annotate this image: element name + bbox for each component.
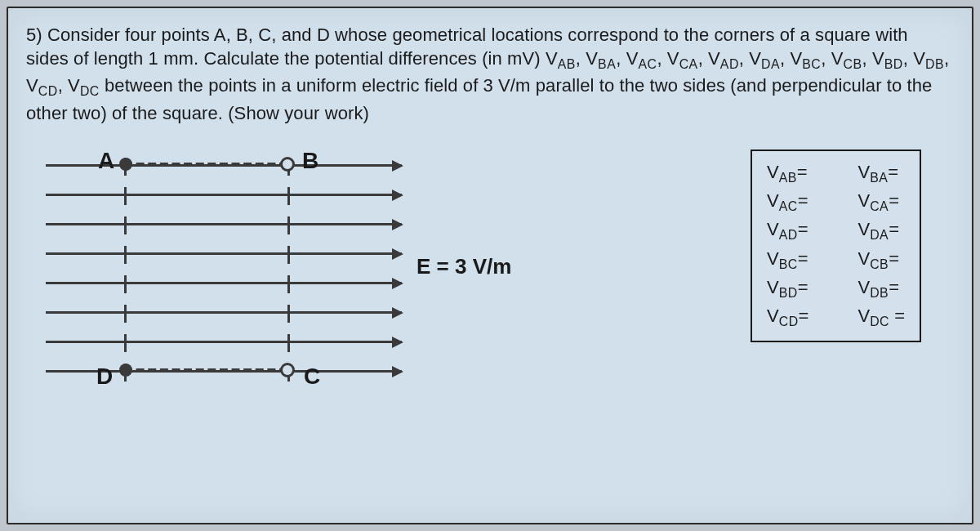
answer-col-right: VBA=VCA=VDA=VCB=VDB=VDC = — [858, 159, 905, 332]
square-side-top — [124, 163, 287, 167]
potential-symbol: VAB — [546, 48, 576, 69]
potential-symbol: VAD — [708, 48, 739, 69]
potential-symbol: VBC — [791, 48, 822, 69]
potential-symbol: VDB — [913, 48, 944, 69]
potential-symbol: VDC — [68, 75, 100, 96]
answer-row: VBA= — [858, 159, 905, 188]
question-part2: between the points in a uniform electric… — [26, 75, 932, 123]
answer-row: VCB= — [858, 246, 905, 274]
answer-row: VAD= — [767, 216, 808, 245]
answer-row: VCA= — [858, 188, 905, 216]
question-number: 5) — [26, 25, 42, 45]
answer-box: VAB=VAC=VAD=VBC=VBD=VCD= VBA=VCA=VDA=VCB… — [751, 149, 921, 342]
question-text: 5) Consider four points A, B, C, and D w… — [26, 23, 954, 125]
corner-b-dot — [280, 157, 295, 172]
problem-sheet: 5) Consider four points A, B, C, and D w… — [7, 7, 973, 524]
answer-row: VAC= — [767, 188, 808, 216]
potential-symbol: VDA — [749, 48, 780, 69]
e-field-label: E = 3 V/m — [416, 254, 511, 279]
corner-a-dot — [119, 158, 132, 171]
potential-symbol: VCA — [667, 48, 698, 69]
potential-symbol: VBD — [872, 48, 903, 69]
answer-row: VDA= — [858, 216, 905, 245]
corner-b-label: B — [302, 148, 318, 174]
answer-row: VDB= — [858, 274, 905, 303]
field-diagram: A B C D E = 3 V/m — [26, 149, 483, 395]
corner-c-label: C — [304, 364, 320, 390]
answer-row: VBD= — [767, 274, 808, 303]
potential-symbol: VCB — [831, 48, 862, 69]
answer-row: VDC = — [858, 303, 905, 332]
answer-col-left: VAB=VAC=VAD=VBC=VBD=VCD= — [767, 159, 808, 332]
corner-c-dot — [280, 363, 295, 377]
corner-a-label: A — [98, 148, 114, 174]
potential-symbol: VCD — [26, 75, 58, 96]
answer-row: VBC= — [767, 246, 808, 274]
answer-row: VAB= — [767, 159, 808, 188]
potential-symbol: VBA — [586, 48, 616, 69]
corner-d-label: D — [96, 364, 113, 390]
square-side-bottom — [124, 368, 287, 373]
answer-row: VCD= — [767, 303, 808, 332]
content-row: A B C D E = 3 V/m VAB=VAC=VAD=VBC=VBD=VC… — [26, 149, 954, 395]
corner-d-dot — [119, 364, 132, 377]
potential-symbol: VAC — [626, 48, 657, 69]
